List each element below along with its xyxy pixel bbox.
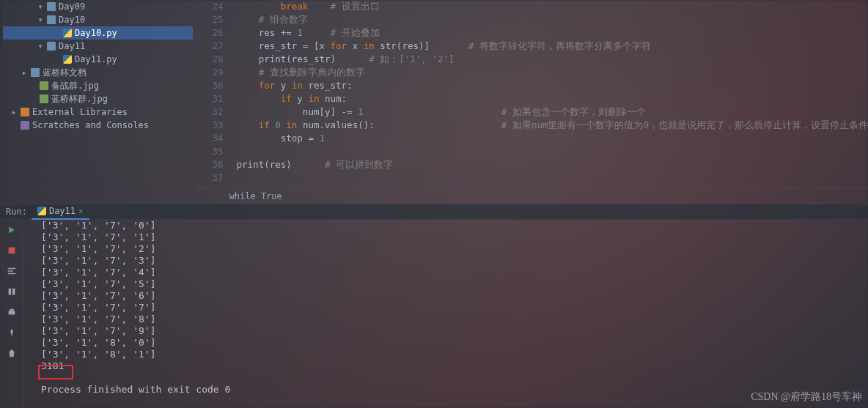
code-line[interactable]: num[y] -= 1 # 如果包含一个数字，则删除一个 (237, 105, 868, 119)
tree-item[interactable]: Day11.py (3, 53, 193, 66)
code-line[interactable]: res_str = [x for x in str(res)] # 将数字转化字… (237, 40, 868, 53)
lib-icon (21, 108, 29, 116)
line-number[interactable]: 26 (196, 26, 224, 40)
pin-button[interactable] (6, 327, 18, 338)
tree-item-label: Day09 (59, 0, 85, 13)
clear-button[interactable] (6, 347, 18, 359)
line-number[interactable]: 28 (196, 53, 224, 66)
tree-item[interactable]: Scratches and Consoles (3, 119, 193, 132)
tree-item-label: Day10.py (75, 26, 117, 40)
tree-item[interactable]: ▸蓝桥杯文档 (3, 66, 193, 79)
line-number[interactable]: 25 (196, 13, 224, 26)
python-icon (37, 207, 46, 215)
tree-item-label: Day10 (59, 13, 85, 26)
run-toolbar (0, 220, 23, 408)
code-line[interactable]: res += 1 # 开始叠加 (237, 26, 868, 40)
console-line: ['3', '1', '7', '2'] (41, 243, 868, 255)
tree-item[interactable]: ▾Day09 (3, 0, 193, 13)
tree-item-label: Day11 (59, 40, 85, 53)
console-line: ['3', '1', '7', '1'] (41, 231, 868, 243)
console-line: ['3', '1', '7', '4'] (41, 267, 868, 278)
line-number[interactable]: 30 (196, 79, 224, 92)
run-tab[interactable]: Day11 × (32, 204, 89, 220)
console-line (41, 372, 868, 384)
breadcrumb[interactable]: while True (196, 188, 868, 204)
run-label: Run: (1, 207, 32, 217)
code-line[interactable]: if y in num: (237, 92, 868, 105)
stop-button[interactable] (6, 245, 18, 256)
tree-item[interactable]: ▾Day10 (3, 13, 193, 26)
console-line: Process finished with exit code 0 (41, 384, 868, 396)
close-icon[interactable]: × (78, 207, 84, 216)
line-number[interactable]: 24 (196, 0, 224, 13)
tree-item[interactable]: ▸External Libraries (3, 105, 193, 119)
expand-icon[interactable]: ▾ (37, 13, 44, 26)
img-icon (40, 94, 48, 103)
code-line[interactable]: # 查找删除字典内的数字 (237, 66, 868, 79)
line-number[interactable]: 27 (196, 40, 224, 53)
console-line: ['3', '1', '7', '3'] (41, 255, 868, 267)
code-line[interactable]: print(res) # 可以拼到数字 (237, 158, 868, 171)
console-line: 3181 (41, 360, 868, 372)
svg-rect-1 (8, 311, 15, 314)
line-number[interactable]: 32 (196, 105, 224, 119)
expand-icon[interactable]: ▸ (21, 66, 28, 79)
dir-icon (31, 68, 40, 77)
line-number[interactable]: 36 (196, 158, 224, 171)
scroll-to-end-button[interactable] (6, 286, 18, 297)
line-number[interactable]: 37 (196, 171, 224, 185)
rerun-button[interactable] (6, 224, 18, 236)
project-tree[interactable]: ▾Day09▾Day10Day10.py▾Day11Day11.py▸蓝桥杯文档… (0, 0, 196, 204)
console-line: ['3', '1', '8', '1'] (41, 349, 868, 360)
tree-item-label: External Libraries (32, 105, 128, 119)
tree-item-label: Scratches and Consoles (32, 119, 149, 132)
code-content[interactable]: break # 设置出口 # 组合数字 res += 1 # 开始叠加 res_… (237, 0, 868, 188)
expand-icon[interactable]: ▸ (10, 105, 18, 119)
dir-icon (47, 42, 56, 51)
img-icon (40, 81, 48, 90)
console-output[interactable]: ['3', '1', '7', '0']['3', '1', '7', '1']… (23, 220, 868, 408)
console-line: ['3', '1', '7', '9'] (41, 325, 868, 337)
expand-icon[interactable]: ▾ (37, 0, 44, 13)
tree-item[interactable]: 蓝桥杯群.jpg (3, 92, 193, 105)
line-number[interactable]: 29 (196, 66, 224, 79)
tree-item-label: 蓝桥杯群.jpg (51, 92, 108, 105)
tree-item[interactable]: Day10.py (3, 26, 193, 40)
code-line[interactable] (237, 145, 868, 158)
console-line: ['3', '1', '7', '5'] (41, 278, 868, 290)
py-icon (63, 55, 72, 64)
code-editor[interactable]: 2425262728293031323334353637 break # 设置出… (196, 0, 868, 204)
line-number[interactable]: 33 (196, 119, 224, 132)
tree-item-label: 蓝桥杯文档 (43, 66, 87, 79)
tree-item[interactable]: ▾Day11 (3, 40, 193, 53)
console-line: ['3', '1', '7', '8'] (41, 314, 868, 325)
run-tab-label: Day11 (49, 206, 76, 216)
run-panel-header: Run: Day11 × (0, 204, 868, 220)
print-button[interactable] (6, 306, 18, 318)
svg-rect-0 (8, 248, 15, 254)
code-line[interactable] (237, 171, 868, 185)
expand-icon[interactable]: ▾ (37, 40, 44, 53)
tree-item[interactable]: 备战群.jpg (3, 79, 193, 92)
line-number[interactable]: 31 (196, 92, 224, 105)
tree-item-label: Day11.py (75, 53, 117, 66)
line-gutter: 2425262728293031323334353637 (196, 0, 237, 188)
line-number[interactable]: 35 (196, 145, 224, 158)
code-line[interactable]: break # 设置出口 (237, 0, 868, 13)
dir-icon (47, 15, 56, 24)
line-number[interactable]: 34 (196, 132, 224, 145)
watermark: CSDN @府学路18号车神 (751, 390, 862, 404)
console-line: ['3', '1', '8', '0'] (41, 337, 868, 349)
code-line[interactable]: for y in res_str: (237, 79, 868, 92)
tree-item-label: 备战群.jpg (51, 79, 99, 92)
code-line[interactable]: if 0 in num.values(): # 如果num里面有一个数字的值为0… (237, 119, 868, 132)
svg-rect-2 (10, 309, 13, 311)
console-line: ['3', '1', '7', '0'] (41, 220, 868, 231)
console-line: ['3', '1', '7', '6'] (41, 290, 868, 302)
code-line[interactable]: print(res_str) # 如：['1', '2'] (237, 53, 868, 66)
code-line[interactable]: # 组合数字 (237, 13, 868, 26)
scr-icon (21, 121, 29, 130)
code-line[interactable]: stop = 1 (237, 132, 868, 145)
soft-wrap-button[interactable] (6, 265, 18, 277)
py-icon (63, 29, 72, 37)
